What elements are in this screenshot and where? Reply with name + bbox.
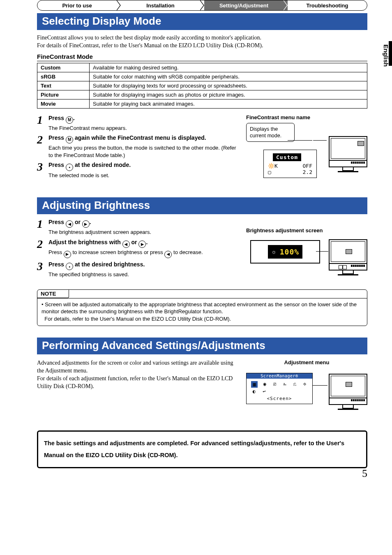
osd-icon: ⎁	[282, 381, 288, 387]
tab-troubleshooting: Troubleshooting	[288, 0, 367, 10]
finecontrast-mode-heading: FineContrast Mode	[37, 53, 367, 61]
enter-button-icon: ●	[66, 263, 73, 270]
tab-prior-to-use: Prior to use	[37, 0, 117, 10]
finecontrast-figure-title: FineContrast menu name	[246, 114, 367, 120]
closing-note: The basic settings and adjustments are c…	[37, 430, 367, 468]
right-button-icon: ▶	[82, 220, 90, 228]
section-title-brightness: Adjusting Brightness	[37, 197, 367, 214]
left-button-icon: ◀	[66, 220, 73, 228]
brightness-figure-title: Brightness adjustment screen	[246, 227, 367, 234]
osd-icon: ↩	[261, 388, 267, 394]
s2-step-1: 1 Press ◀ or ▶. The brightness adjustmen…	[37, 218, 241, 236]
section3-lead: Advanced adjustments for the screen or c…	[37, 359, 241, 391]
s2-step-2: 2 Adjust the brightness with ◀ or ▶. Pre…	[37, 238, 241, 258]
section-title-display-mode: Selecting Display Mode	[37, 13, 367, 30]
page-number: 5	[362, 467, 367, 480]
m-button-icon: M	[66, 136, 73, 143]
brightness-osd: ☼ 100%	[250, 240, 320, 264]
s1-step-2: 2 Press M again while the FineContrast m…	[37, 134, 241, 159]
finecontrast-callout: Displays the current mode.	[246, 123, 295, 142]
adjustment-osd: ScreenManager® ▦ ◉ ⎚ ⎁ ⎌ ⎆ ◐ ↩ <Scree	[246, 373, 313, 404]
s2-step-3: 3 Press ● at the desired brightness. The…	[37, 261, 241, 278]
enter-button-icon: ●	[66, 164, 73, 171]
brightness-icon: ☼	[271, 248, 277, 255]
section-title-advanced: Performing Advanced Settings/Adjustments	[37, 338, 367, 354]
tab-installation: Installation	[121, 0, 200, 10]
phase-tabs: Prior to use Installation Setting/Adjust…	[37, 0, 367, 11]
osd-icon: ⎆	[302, 381, 308, 387]
brightness-figure: ☼ 100%	[246, 236, 367, 285]
finecontrast-figure: Displays the current mode. Custom 🔆KOFF …	[246, 123, 367, 195]
osd-icon: ⎚	[272, 381, 278, 387]
monitor-illustration	[329, 374, 367, 410]
s1-step-3: 3 Press ● at the desired mode. The selec…	[37, 161, 241, 179]
osd-icon: ⎌	[292, 381, 297, 387]
left-button-icon: ◀	[122, 240, 130, 248]
s1-step-1: 1 Press M. The FineContrast menu appears…	[37, 114, 241, 132]
m-button-icon: M	[66, 116, 73, 124]
language-tab-marker	[389, 41, 392, 66]
osd-screen-icon: ▦	[251, 381, 258, 388]
section1-lead: FineContrast allows you to select the be…	[37, 34, 367, 50]
right-button-icon: ▶	[64, 251, 71, 258]
left-button-icon: ◀	[164, 251, 172, 258]
right-button-icon: ▶	[138, 240, 146, 248]
osd-icon: ◉	[262, 381, 267, 387]
monitor-illustration	[329, 239, 367, 275]
note-box: NOTE • Screen will be adjusted automatic…	[37, 289, 367, 326]
adjustment-menu-figure: ScreenManager® ▦ ◉ ⎚ ⎁ ⎌ ⎆ ◐ ↩ <Scree	[246, 368, 367, 421]
finecontrast-mode-table: CustomAvailable for making desired setti…	[37, 63, 367, 109]
finecontrast-osd: Custom 🔆KOFF ▢2.2	[263, 150, 317, 178]
adjustment-menu-title: Adjustment menu	[246, 359, 367, 365]
osd-icon: ◐	[251, 388, 257, 394]
monitor-illustration	[329, 136, 367, 172]
tab-setting-adjustment: Setting/Adjustment	[204, 0, 284, 10]
